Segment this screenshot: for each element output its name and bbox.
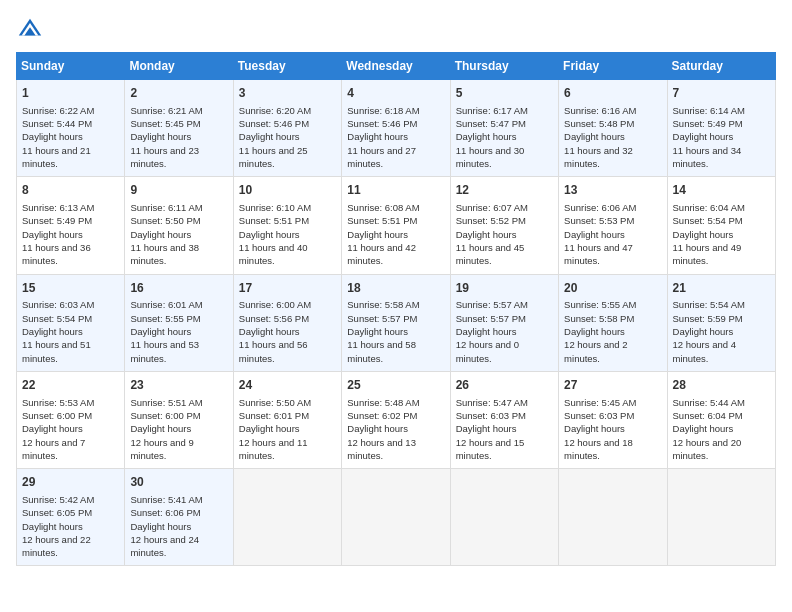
day-of-week-header: Wednesday: [342, 53, 450, 80]
calendar-cell: 2Sunrise: 6:21 AMSunset: 5:45 PMDaylight…: [125, 80, 233, 177]
day-number: 6: [564, 85, 661, 102]
calendar-week-row: 1Sunrise: 6:22 AMSunset: 5:44 PMDaylight…: [17, 80, 776, 177]
logo: [16, 16, 48, 44]
calendar-cell: 18Sunrise: 5:58 AMSunset: 5:57 PMDayligh…: [342, 274, 450, 371]
calendar-cell: 23Sunrise: 5:51 AMSunset: 6:00 PMDayligh…: [125, 371, 233, 468]
day-number: 17: [239, 280, 336, 297]
day-of-week-header: Sunday: [17, 53, 125, 80]
calendar-cell: 21Sunrise: 5:54 AMSunset: 5:59 PMDayligh…: [667, 274, 775, 371]
day-number: 20: [564, 280, 661, 297]
day-number: 12: [456, 182, 553, 199]
calendar-cell: [342, 469, 450, 566]
calendar-cell: 6Sunrise: 6:16 AMSunset: 5:48 PMDaylight…: [559, 80, 667, 177]
day-number: 13: [564, 182, 661, 199]
day-number: 18: [347, 280, 444, 297]
day-number: 30: [130, 474, 227, 491]
day-of-week-header: Tuesday: [233, 53, 341, 80]
day-of-week-header: Monday: [125, 53, 233, 80]
day-number: 24: [239, 377, 336, 394]
calendar-cell: 16Sunrise: 6:01 AMSunset: 5:55 PMDayligh…: [125, 274, 233, 371]
calendar-cell: 8Sunrise: 6:13 AMSunset: 5:49 PMDaylight…: [17, 177, 125, 274]
calendar-cell: 17Sunrise: 6:00 AMSunset: 5:56 PMDayligh…: [233, 274, 341, 371]
calendar-cell: 24Sunrise: 5:50 AMSunset: 6:01 PMDayligh…: [233, 371, 341, 468]
calendar-cell: 13Sunrise: 6:06 AMSunset: 5:53 PMDayligh…: [559, 177, 667, 274]
calendar-cell: 1Sunrise: 6:22 AMSunset: 5:44 PMDaylight…: [17, 80, 125, 177]
calendar-cell: 15Sunrise: 6:03 AMSunset: 5:54 PMDayligh…: [17, 274, 125, 371]
day-number: 27: [564, 377, 661, 394]
calendar-cell: 30Sunrise: 5:41 AMSunset: 6:06 PMDayligh…: [125, 469, 233, 566]
page-header: [16, 16, 776, 44]
day-number: 16: [130, 280, 227, 297]
calendar-cell: 29Sunrise: 5:42 AMSunset: 6:05 PMDayligh…: [17, 469, 125, 566]
calendar-cell: 7Sunrise: 6:14 AMSunset: 5:49 PMDaylight…: [667, 80, 775, 177]
calendar-cell: [667, 469, 775, 566]
day-number: 5: [456, 85, 553, 102]
day-number: 4: [347, 85, 444, 102]
calendar-cell: 26Sunrise: 5:47 AMSunset: 6:03 PMDayligh…: [450, 371, 558, 468]
calendar-cell: 4Sunrise: 6:18 AMSunset: 5:46 PMDaylight…: [342, 80, 450, 177]
day-number: 21: [673, 280, 770, 297]
calendar-cell: 28Sunrise: 5:44 AMSunset: 6:04 PMDayligh…: [667, 371, 775, 468]
calendar-cell: 22Sunrise: 5:53 AMSunset: 6:00 PMDayligh…: [17, 371, 125, 468]
calendar-week-row: 29Sunrise: 5:42 AMSunset: 6:05 PMDayligh…: [17, 469, 776, 566]
calendar-cell: [559, 469, 667, 566]
day-of-week-header: Friday: [559, 53, 667, 80]
day-number: 7: [673, 85, 770, 102]
calendar-cell: 25Sunrise: 5:48 AMSunset: 6:02 PMDayligh…: [342, 371, 450, 468]
day-number: 11: [347, 182, 444, 199]
day-number: 3: [239, 85, 336, 102]
calendar-header-row: SundayMondayTuesdayWednesdayThursdayFrid…: [17, 53, 776, 80]
calendar-cell: 12Sunrise: 6:07 AMSunset: 5:52 PMDayligh…: [450, 177, 558, 274]
calendar-cell: 10Sunrise: 6:10 AMSunset: 5:51 PMDayligh…: [233, 177, 341, 274]
calendar-cell: 20Sunrise: 5:55 AMSunset: 5:58 PMDayligh…: [559, 274, 667, 371]
calendar-cell: 11Sunrise: 6:08 AMSunset: 5:51 PMDayligh…: [342, 177, 450, 274]
calendar-cell: 14Sunrise: 6:04 AMSunset: 5:54 PMDayligh…: [667, 177, 775, 274]
day-number: 28: [673, 377, 770, 394]
calendar-week-row: 8Sunrise: 6:13 AMSunset: 5:49 PMDaylight…: [17, 177, 776, 274]
calendar-cell: 9Sunrise: 6:11 AMSunset: 5:50 PMDaylight…: [125, 177, 233, 274]
calendar-week-row: 22Sunrise: 5:53 AMSunset: 6:00 PMDayligh…: [17, 371, 776, 468]
day-number: 26: [456, 377, 553, 394]
day-number: 9: [130, 182, 227, 199]
logo-icon: [16, 16, 44, 44]
calendar-cell: 27Sunrise: 5:45 AMSunset: 6:03 PMDayligh…: [559, 371, 667, 468]
day-number: 1: [22, 85, 119, 102]
day-of-week-header: Saturday: [667, 53, 775, 80]
day-number: 2: [130, 85, 227, 102]
calendar-cell: [233, 469, 341, 566]
day-number: 19: [456, 280, 553, 297]
day-number: 22: [22, 377, 119, 394]
calendar-cell: [450, 469, 558, 566]
day-number: 29: [22, 474, 119, 491]
calendar-cell: 3Sunrise: 6:20 AMSunset: 5:46 PMDaylight…: [233, 80, 341, 177]
day-number: 25: [347, 377, 444, 394]
day-number: 8: [22, 182, 119, 199]
calendar-cell: 5Sunrise: 6:17 AMSunset: 5:47 PMDaylight…: [450, 80, 558, 177]
day-number: 10: [239, 182, 336, 199]
calendar-table: SundayMondayTuesdayWednesdayThursdayFrid…: [16, 52, 776, 566]
day-number: 14: [673, 182, 770, 199]
calendar-week-row: 15Sunrise: 6:03 AMSunset: 5:54 PMDayligh…: [17, 274, 776, 371]
day-number: 23: [130, 377, 227, 394]
day-number: 15: [22, 280, 119, 297]
day-of-week-header: Thursday: [450, 53, 558, 80]
calendar-cell: 19Sunrise: 5:57 AMSunset: 5:57 PMDayligh…: [450, 274, 558, 371]
